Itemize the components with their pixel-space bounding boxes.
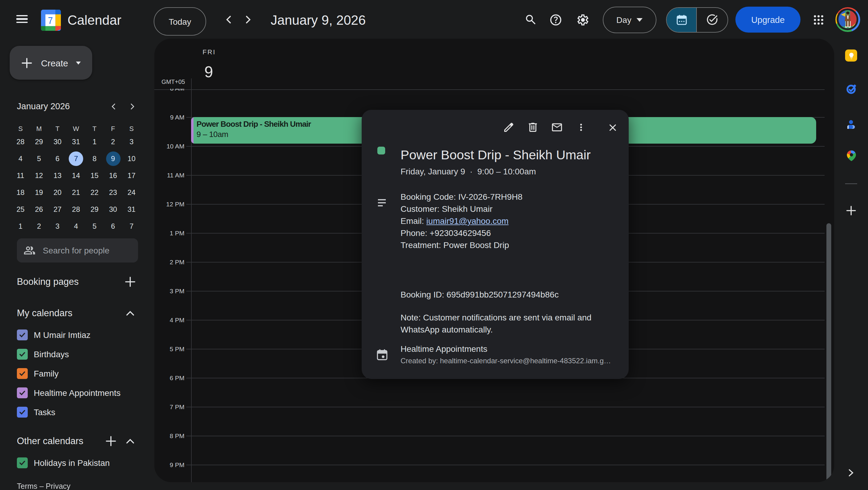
svg-text:7: 7: [48, 16, 53, 26]
